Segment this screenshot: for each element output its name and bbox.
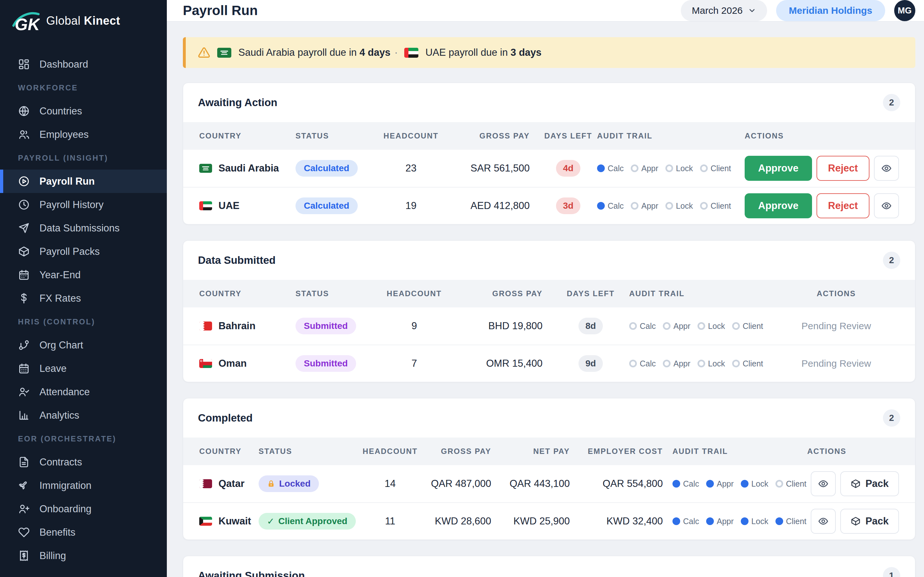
country-cell: Qatar: [199, 478, 258, 490]
sidebar-item-label: Org Chart: [39, 340, 83, 351]
audit-step: Calc: [597, 201, 624, 211]
view-button[interactable]: [874, 193, 899, 218]
country-cell: UAE: [199, 200, 296, 211]
audit-step-label: Client: [711, 164, 731, 173]
warning-icon: [198, 47, 210, 59]
audit-step-label: Client: [786, 517, 806, 526]
sidebar-item-employees[interactable]: Employees: [0, 123, 167, 146]
dashboard-icon: [18, 58, 30, 70]
sidebar-item-payroll-run[interactable]: Payroll Run: [0, 169, 167, 193]
audit-step: Appr: [663, 322, 690, 331]
country-name: Kuwait: [218, 516, 251, 527]
gross-pay-value: OMR 15,400: [486, 358, 552, 369]
audit-step-label: Lock: [751, 517, 768, 526]
page-content: Saudi Arabia payroll due in 4 days · UAE…: [167, 22, 924, 577]
sidebar-item-onboarding[interactable]: Onboarding: [0, 497, 167, 521]
sidebar-item-billing[interactable]: Billing: [0, 544, 167, 567]
main-area: Payroll Run March 2026 Meridian Holdings…: [167, 0, 924, 577]
headcount-value: 9: [411, 320, 417, 332]
headcount-value: 19: [405, 200, 417, 211]
audit-step-label: Calc: [683, 517, 699, 526]
audit-step-done-icon: [706, 517, 714, 525]
net-pay-value: QAR 443,100: [509, 478, 580, 490]
gross-pay-value: KWD 28,600: [435, 516, 501, 527]
sidebar-item-fx-rates[interactable]: FX Rates: [0, 287, 167, 310]
sidebar-item-label: Payroll Run: [39, 176, 95, 187]
sidebar-item-label: FX Rates: [39, 293, 81, 304]
sidebar-item-contracts[interactable]: Contracts: [0, 450, 167, 474]
audit-step-pending-icon: [698, 322, 705, 330]
pack-button[interactable]: Pack: [840, 471, 899, 496]
audit-step-label: Appr: [674, 322, 690, 331]
user-check-icon: [18, 386, 30, 398]
brand-name: Global Kinect: [46, 14, 120, 27]
col-country: COUNTRY: [199, 131, 296, 140]
col-gross-pay: GROSS PAY: [441, 447, 501, 456]
net-pay-value: KWD 25,900: [513, 516, 580, 527]
sidebar-item-leave[interactable]: Leave: [0, 357, 167, 380]
sidebar-item-org-chart[interactable]: Org Chart: [0, 334, 167, 357]
eye-icon: [818, 516, 829, 527]
employer-cost-value: KWD 32,400: [606, 516, 672, 527]
pack-button-label: Pack: [865, 516, 888, 527]
pack-button[interactable]: Pack: [840, 509, 899, 534]
dollar-icon: [18, 292, 30, 304]
sidebar-item-data-submissions[interactable]: Data Submissions: [0, 216, 167, 240]
country-cell: Kuwait: [199, 516, 258, 527]
calendar-icon: [18, 269, 30, 281]
sidebar-item-payroll-packs[interactable]: Payroll Packs: [0, 240, 167, 263]
sidebar-nav: Dashboard WORKFORCE Countries Employees …: [0, 42, 167, 567]
audit-step: Client: [732, 359, 763, 368]
country-name: Saudi Arabia: [218, 163, 279, 174]
sidebar-item-benefits[interactable]: Benefits: [0, 521, 167, 544]
period-selector[interactable]: March 2026: [681, 0, 767, 21]
sidebar-item-label: Payroll Packs: [39, 246, 100, 258]
sidebar-section-eor: EOR (ORCHESTRATE): [0, 427, 167, 450]
users-icon: [18, 129, 30, 140]
audit-step-done-icon: [775, 517, 783, 525]
sidebar-item-label: Benefits: [39, 527, 75, 538]
view-button[interactable]: [811, 471, 836, 496]
sidebar-item-immigration[interactable]: Immigration: [0, 474, 167, 497]
sidebar-item-payroll-history[interactable]: Payroll History: [0, 193, 167, 216]
audit-step-pending-icon: [631, 202, 638, 210]
audit-step-done-icon: [597, 164, 605, 172]
flag-qatar-icon: [199, 479, 212, 488]
approve-button[interactable]: Approve: [745, 156, 812, 181]
period-selector-label: March 2026: [692, 5, 742, 16]
audit-step-pending-icon: [732, 322, 740, 330]
view-button[interactable]: [811, 509, 836, 534]
audit-step: Client: [732, 322, 763, 331]
check-icon: ✓: [267, 516, 274, 527]
days-left-badge: 9d: [578, 355, 603, 372]
audit-step: Client: [775, 479, 806, 488]
sidebar-item-dashboard[interactable]: Dashboard: [0, 53, 167, 76]
audit-step: Lock: [741, 479, 768, 488]
pending-review-label: Pending Review: [801, 321, 871, 332]
approve-button[interactable]: Approve: [745, 193, 812, 218]
globe-icon: [18, 105, 30, 117]
card-title: Data Submitted: [198, 254, 276, 266]
sidebar-item-analytics[interactable]: Analytics: [0, 404, 167, 427]
audit-step: Calc: [672, 517, 699, 526]
sidebar-item-attendance[interactable]: Attendance: [0, 380, 167, 404]
card-header: Data Submitted 2: [183, 241, 915, 280]
chevron-down-icon: [748, 6, 756, 15]
company-badge[interactable]: Meridian Holdings: [776, 0, 885, 21]
view-button[interactable]: [874, 156, 899, 181]
sidebar-item-countries[interactable]: Countries: [0, 99, 167, 123]
plane-icon: [18, 480, 30, 492]
sidebar-item-year-end[interactable]: Year-End: [0, 263, 167, 287]
user-avatar[interactable]: MG: [894, 0, 915, 21]
play-circle-icon: [18, 175, 30, 187]
page-title: Payroll Run: [183, 3, 681, 18]
col-country: COUNTRY: [199, 289, 296, 298]
table-row: Oman Submitted 7 OMR 15,400 9d CalcApprL…: [183, 345, 915, 382]
col-gross-pay: GROSS PAY: [492, 289, 552, 298]
reject-button[interactable]: Reject: [817, 193, 869, 218]
reject-button[interactable]: Reject: [817, 156, 869, 181]
sidebar-section-workforce: WORKFORCE: [0, 76, 167, 99]
col-net-pay: NET PAY: [533, 447, 580, 456]
card-header: Completed 2: [183, 398, 915, 438]
col-actions: ACTIONS: [817, 289, 856, 298]
